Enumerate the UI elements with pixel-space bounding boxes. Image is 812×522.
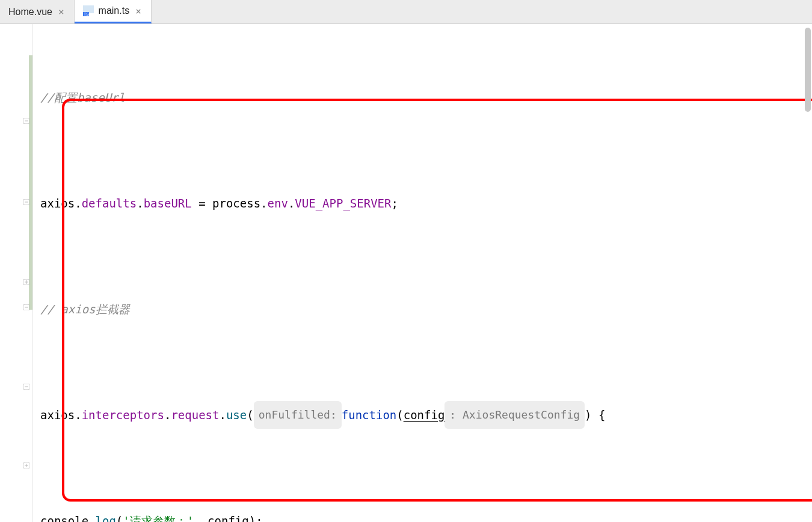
tab-home-vue[interactable]: Home.vue × (0, 0, 75, 23)
scrollbar-thumb[interactable] (805, 28, 811, 112)
close-icon[interactable]: × (57, 6, 66, 17)
close-icon[interactable]: × (134, 5, 143, 17)
fold-collapse-icon[interactable] (23, 304, 30, 311)
code-line: // axios拦截器 (40, 296, 812, 322)
code-line: console.log('请求参数：', config); (40, 508, 812, 522)
svg-text:TS: TS (84, 12, 89, 16)
code-content[interactable]: //配置baseUrl axios.defaults.baseURL = pro… (33, 24, 812, 522)
vcs-change-marker (29, 55, 32, 140)
fold-collapse-icon[interactable] (23, 198, 30, 206)
code-editor[interactable]: //配置baseUrl axios.defaults.baseURL = pro… (0, 24, 812, 522)
vertical-scrollbar[interactable] (805, 28, 811, 521)
tab-label: main.ts (99, 5, 130, 16)
fold-collapse-icon[interactable] (23, 383, 30, 390)
typescript-file-icon: TS (83, 5, 94, 16)
type-hint: : AxiosRequestConfig (444, 401, 585, 429)
code-line: //配置baseUrl (40, 84, 812, 111)
parameter-hint: onFulfilled: (254, 401, 342, 429)
tab-main-ts[interactable]: TS main.ts × (75, 0, 152, 23)
code-line: axios.interceptors.request.use( onFulfil… (40, 402, 812, 428)
fold-expand-icon[interactable] (23, 462, 30, 469)
tab-label: Home.vue (8, 7, 52, 17)
editor-gutter (0, 24, 33, 522)
editor-tabs: Home.vue × TS main.ts × (0, 0, 812, 24)
fold-expand-icon[interactable] (23, 278, 30, 286)
code-line: axios.defaults.baseURL = process.env.VUE… (40, 190, 812, 216)
fold-collapse-icon[interactable] (23, 117, 30, 124)
